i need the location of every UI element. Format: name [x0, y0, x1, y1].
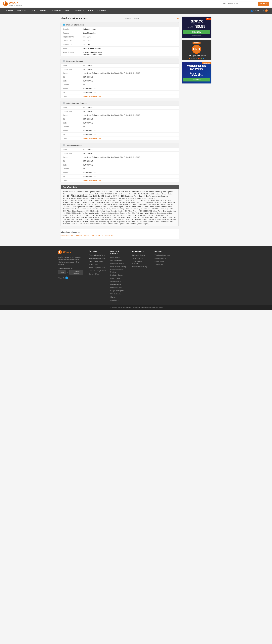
refresh-icon[interactable]: ↻ [177, 18, 179, 20]
footer-cols: DomainsRegister Domain NameTransfer Doma… [89, 250, 149, 302]
nav-cloud[interactable]: CLOUD [28, 8, 38, 14]
email-link[interactable]: vladolimited@gmail.com [82, 179, 101, 181]
nav-support[interactable]: SUPPORT [96, 8, 108, 14]
footer-link[interactable]: SSL Certificates [110, 293, 122, 295]
footer-col-list: Register Domain NameTransfer Domain Name… [89, 254, 106, 275]
footer-link[interactable]: 24 x 7 Servers Monitoring [132, 260, 142, 264]
nav-servers[interactable]: SERVERS [50, 8, 63, 14]
footer-link[interactable]: Name Suggestion Tool [89, 267, 105, 268]
related-link[interactable]: icann.org [74, 234, 82, 236]
footer-link[interactable]: Dedicated Servers [110, 274, 123, 276]
footer-learn-more[interactable]: Learn more About Us [58, 268, 72, 270]
footer-link[interactable]: Windows Reseller Hosting [110, 269, 123, 273]
nav-hosting[interactable]: HOSTING [38, 8, 50, 14]
footer-support-link[interactable]: About Whois [154, 264, 163, 266]
footer-link[interactable]: Sitelock [110, 296, 116, 298]
search-input[interactable] [220, 2, 257, 6]
footer-support-link[interactable]: View Knowledge Base [154, 254, 170, 256]
table-row: Street:1808, Block C, Bowen building , S… [61, 114, 178, 117]
row-value: vladolimited@gmail.com [80, 136, 178, 140]
related-link[interactable]: gmail.com [96, 234, 104, 236]
table-row: Phone:+86.13166317768 [61, 171, 178, 175]
admin-header: 👤 Administrative Contact [61, 101, 178, 106]
footer-link[interactable]: CodeGuard [110, 299, 118, 301]
list-item: Sitelock [110, 296, 128, 298]
row-value: +86.13166317768 [80, 175, 178, 178]
nav-website[interactable]: WEBSITE [16, 8, 28, 14]
main-nav: DOMAINS WEBSITE CLOUD HOSTING SERVERS EM… [0, 8, 272, 14]
footer-link[interactable]: Google Workspace [110, 290, 124, 292]
row-value: 1808, Block C, Bowen building , Sha Kok … [80, 114, 178, 117]
footer-link[interactable]: Transfer Domain Name [89, 258, 105, 259]
footer-link[interactable]: Windows Hosting [110, 260, 122, 261]
footer-link[interactable]: Enterprise Email [110, 287, 122, 288]
search-bar: WHOIS [220, 2, 269, 6]
related-link[interactable]: cloudflare.com [83, 234, 94, 236]
footer-link[interactable]: Whois Lookup [89, 264, 99, 266]
raw-whois-title: Raw Whois Data [63, 186, 77, 188]
row-label: Email: [61, 94, 80, 98]
table-row: Name Servers:peyton.ns.cloudflare.com sy… [61, 50, 178, 56]
footer-link[interactable]: Business Email [110, 284, 121, 285]
footer-link[interactable]: WordPress Hosting [110, 263, 124, 264]
related-link[interactable]: internic.net [105, 234, 113, 236]
twitter-icon[interactable]: ✕ [65, 276, 68, 279]
nav-email[interactable]: EMAIL [63, 8, 73, 14]
footer-link[interactable]: Datacenter Details [132, 254, 145, 256]
list-item: CodeGuard [110, 299, 128, 301]
uno-circle: UNO [192, 44, 201, 54]
view-more-button[interactable]: VIEW MORE [183, 78, 210, 82]
list-item: Backup and Recovery [132, 266, 149, 268]
table-row: State:HONG KONG [61, 163, 178, 167]
footer-link[interactable]: Free with Every Domain [89, 270, 106, 272]
footer-support-title: Support [154, 250, 214, 252]
footer-col: InfrastructureDatacenter DetailsHosting … [132, 250, 149, 302]
footer-link[interactable]: View Domain Pricing [89, 260, 104, 262]
footer-link[interactable]: Website Builder [110, 280, 121, 282]
row-value: HONG KONG [80, 159, 178, 163]
footer-link[interactable]: Register Domain Name [89, 254, 105, 256]
raw-whois-body[interactable]: Domain name: vladobrokers.com Registry D… [61, 189, 178, 226]
footer-support-link[interactable]: Contact Support [154, 258, 166, 259]
logo[interactable]: Whois Identity for everyone [3, 1, 22, 6]
table-row: Fax:+86.13166317768 [61, 90, 178, 94]
footer-logo-icon [58, 250, 62, 254]
search-button[interactable]: WHOIS [258, 2, 269, 6]
list-item: Linux Hosting [110, 256, 128, 258]
table-row: City:HONG KONG [61, 117, 178, 121]
table-row: State:HONG KONG [61, 121, 178, 125]
table-row: State:HONG KONG [61, 79, 178, 83]
nav-login[interactable]: 👤 LOGIN [249, 8, 261, 14]
related-link[interactable]: namecheap.com [60, 234, 73, 236]
footer-link[interactable]: Backup and Recovery [132, 266, 147, 268]
nav-cart[interactable]: 🛒0 [261, 8, 269, 14]
list-item: Datacenter Details [132, 254, 149, 256]
footer-col-title: Domains [89, 250, 106, 252]
nav-domains[interactable]: DOMAINS [3, 8, 16, 14]
email-link[interactable]: vladolimited@gmail.com [82, 95, 101, 97]
top-header: Whois Identity for everyone WHOIS [0, 0, 272, 8]
wp-price: $3.58/mo [183, 72, 210, 77]
row-label: Fax: [61, 132, 80, 136]
nav-security[interactable]: SECURITY [73, 8, 86, 14]
footer-link[interactable]: Linux Hosting [110, 256, 120, 258]
raw-whois-section: Raw Whois Data Domain name: vladobrokers… [60, 184, 179, 226]
footer-link[interactable]: Cloud Hosting [110, 277, 120, 279]
footer-link[interactable]: Hosting Security [132, 258, 143, 259]
table-row: Country:HK [61, 125, 178, 129]
footer-link[interactable]: Domain Offers [89, 273, 99, 275]
table-row: Expires On:2024-08-31 [61, 39, 178, 43]
footer-support-link[interactable]: Report Abuse [154, 260, 164, 262]
email-link[interactable]: vladolimited@gmail.com [82, 137, 101, 139]
on-sale-badge: On Sale! [192, 42, 201, 44]
row-label: Organization: [61, 68, 80, 71]
nav-whos[interactable]: WHOS [86, 8, 96, 14]
related-links: namecheap.comicann.orgcloudflare.comgmai… [60, 234, 179, 236]
buy-now-button[interactable]: BUY NOW [184, 30, 210, 34]
row-label: State: [61, 163, 80, 167]
footer-login-btn[interactable]: Login [58, 270, 66, 274]
footer-create-btn[interactable]: Create an Account [70, 270, 83, 275]
table-row: Registrar:NameCheap, Inc. [61, 31, 178, 35]
footer-link[interactable]: Linux Reseller Hosting [110, 266, 126, 268]
row-label: City: [61, 75, 80, 79]
